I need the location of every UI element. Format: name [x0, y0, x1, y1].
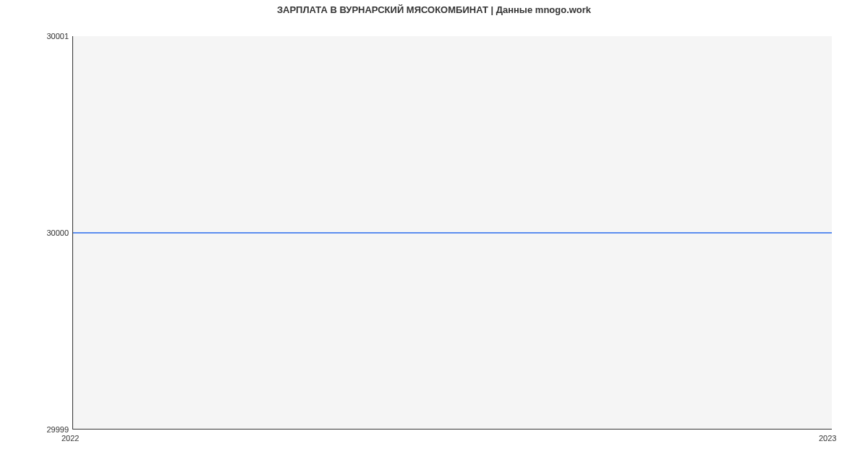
chart-container: ЗАРПЛАТА В ВУРНАРСКИЙ МЯСОКОМБИНАТ | Дан…	[0, 0, 868, 470]
y-tick-label-top: 30001	[4, 32, 69, 40]
y-tick-label-mid: 30000	[4, 228, 69, 237]
x-tick-label-right: 2023	[819, 434, 836, 443]
chart-title: ЗАРПЛАТА В ВУРНАРСКИЙ МЯСОКОМБИНАТ | Дан…	[0, 4, 868, 15]
data-line-series-0	[73, 232, 832, 234]
plot-area	[72, 36, 832, 430]
y-tick-label-bottom: 29999	[4, 425, 69, 434]
x-tick-label-left: 2022	[61, 434, 79, 443]
